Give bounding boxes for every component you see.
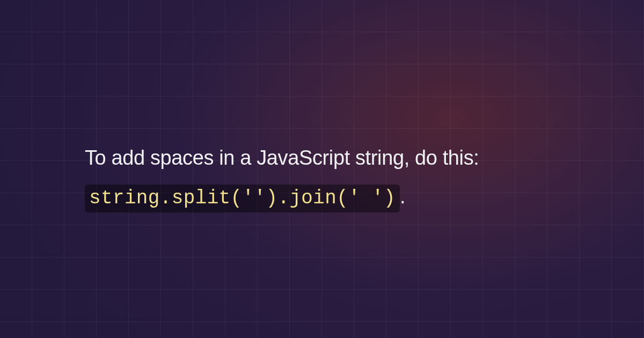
code-snippet: string.split('').join(' ')	[85, 185, 400, 212]
tip-text-suffix: .	[400, 185, 405, 208]
tip-text-prefix: To add spaces in a JavaScript string, do…	[85, 146, 479, 169]
tip-text-block: To add spaces in a JavaScript string, do…	[85, 138, 568, 217]
